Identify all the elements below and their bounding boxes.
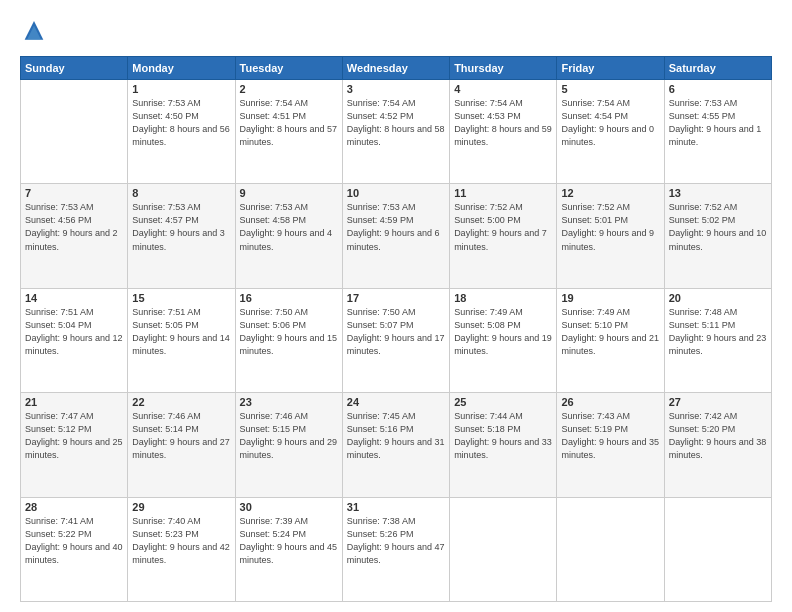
day-info: Sunrise: 7:52 AMSunset: 5:00 PMDaylight:…: [454, 201, 552, 253]
day-number: 2: [240, 83, 338, 95]
page: SundayMondayTuesdayWednesdayThursdayFrid…: [0, 0, 792, 612]
calendar-cell: 24Sunrise: 7:45 AMSunset: 5:16 PMDayligh…: [342, 393, 449, 497]
day-info: Sunrise: 7:52 AMSunset: 5:02 PMDaylight:…: [669, 201, 767, 253]
day-number: 5: [561, 83, 659, 95]
day-info: Sunrise: 7:48 AMSunset: 5:11 PMDaylight:…: [669, 306, 767, 358]
day-info: Sunrise: 7:40 AMSunset: 5:23 PMDaylight:…: [132, 515, 230, 567]
day-info: Sunrise: 7:50 AMSunset: 5:06 PMDaylight:…: [240, 306, 338, 358]
calendar-cell: [450, 497, 557, 601]
day-number: 31: [347, 501, 445, 513]
week-row-5: 28Sunrise: 7:41 AMSunset: 5:22 PMDayligh…: [21, 497, 772, 601]
day-number: 19: [561, 292, 659, 304]
calendar-cell: [664, 497, 771, 601]
calendar-cell: 13Sunrise: 7:52 AMSunset: 5:02 PMDayligh…: [664, 184, 771, 288]
calendar-cell: 11Sunrise: 7:52 AMSunset: 5:00 PMDayligh…: [450, 184, 557, 288]
calendar-cell: 20Sunrise: 7:48 AMSunset: 5:11 PMDayligh…: [664, 288, 771, 392]
day-info: Sunrise: 7:53 AMSunset: 4:55 PMDaylight:…: [669, 97, 767, 149]
calendar-cell: 7Sunrise: 7:53 AMSunset: 4:56 PMDaylight…: [21, 184, 128, 288]
calendar-cell: 23Sunrise: 7:46 AMSunset: 5:15 PMDayligh…: [235, 393, 342, 497]
calendar-cell: 4Sunrise: 7:54 AMSunset: 4:53 PMDaylight…: [450, 80, 557, 184]
day-number: 20: [669, 292, 767, 304]
day-number: 10: [347, 187, 445, 199]
day-number: 16: [240, 292, 338, 304]
calendar-cell: 21Sunrise: 7:47 AMSunset: 5:12 PMDayligh…: [21, 393, 128, 497]
calendar-cell: 17Sunrise: 7:50 AMSunset: 5:07 PMDayligh…: [342, 288, 449, 392]
day-info: Sunrise: 7:53 AMSunset: 4:59 PMDaylight:…: [347, 201, 445, 253]
day-info: Sunrise: 7:44 AMSunset: 5:18 PMDaylight:…: [454, 410, 552, 462]
week-row-4: 21Sunrise: 7:47 AMSunset: 5:12 PMDayligh…: [21, 393, 772, 497]
logo-icon: [20, 18, 48, 46]
calendar-cell: 18Sunrise: 7:49 AMSunset: 5:08 PMDayligh…: [450, 288, 557, 392]
calendar-cell: 26Sunrise: 7:43 AMSunset: 5:19 PMDayligh…: [557, 393, 664, 497]
day-info: Sunrise: 7:49 AMSunset: 5:08 PMDaylight:…: [454, 306, 552, 358]
day-info: Sunrise: 7:53 AMSunset: 4:56 PMDaylight:…: [25, 201, 123, 253]
day-number: 29: [132, 501, 230, 513]
day-number: 13: [669, 187, 767, 199]
day-info: Sunrise: 7:51 AMSunset: 5:05 PMDaylight:…: [132, 306, 230, 358]
calendar-cell: 16Sunrise: 7:50 AMSunset: 5:06 PMDayligh…: [235, 288, 342, 392]
week-row-3: 14Sunrise: 7:51 AMSunset: 5:04 PMDayligh…: [21, 288, 772, 392]
logo: [20, 18, 52, 46]
day-number: 26: [561, 396, 659, 408]
day-number: 18: [454, 292, 552, 304]
day-info: Sunrise: 7:54 AMSunset: 4:52 PMDaylight:…: [347, 97, 445, 149]
calendar-cell: 1Sunrise: 7:53 AMSunset: 4:50 PMDaylight…: [128, 80, 235, 184]
day-number: 14: [25, 292, 123, 304]
day-number: 17: [347, 292, 445, 304]
day-info: Sunrise: 7:54 AMSunset: 4:54 PMDaylight:…: [561, 97, 659, 149]
day-info: Sunrise: 7:39 AMSunset: 5:24 PMDaylight:…: [240, 515, 338, 567]
day-info: Sunrise: 7:54 AMSunset: 4:51 PMDaylight:…: [240, 97, 338, 149]
day-number: 21: [25, 396, 123, 408]
calendar-cell: 9Sunrise: 7:53 AMSunset: 4:58 PMDaylight…: [235, 184, 342, 288]
day-number: 23: [240, 396, 338, 408]
day-info: Sunrise: 7:53 AMSunset: 4:57 PMDaylight:…: [132, 201, 230, 253]
day-info: Sunrise: 7:41 AMSunset: 5:22 PMDaylight:…: [25, 515, 123, 567]
day-info: Sunrise: 7:53 AMSunset: 4:58 PMDaylight:…: [240, 201, 338, 253]
day-info: Sunrise: 7:43 AMSunset: 5:19 PMDaylight:…: [561, 410, 659, 462]
day-number: 30: [240, 501, 338, 513]
calendar-cell: [557, 497, 664, 601]
day-header-saturday: Saturday: [664, 57, 771, 80]
day-number: 8: [132, 187, 230, 199]
day-header-thursday: Thursday: [450, 57, 557, 80]
calendar-cell: 15Sunrise: 7:51 AMSunset: 5:05 PMDayligh…: [128, 288, 235, 392]
day-number: 9: [240, 187, 338, 199]
day-info: Sunrise: 7:49 AMSunset: 5:10 PMDaylight:…: [561, 306, 659, 358]
week-row-2: 7Sunrise: 7:53 AMSunset: 4:56 PMDaylight…: [21, 184, 772, 288]
week-row-1: 1Sunrise: 7:53 AMSunset: 4:50 PMDaylight…: [21, 80, 772, 184]
day-info: Sunrise: 7:45 AMSunset: 5:16 PMDaylight:…: [347, 410, 445, 462]
day-info: Sunrise: 7:46 AMSunset: 5:14 PMDaylight:…: [132, 410, 230, 462]
day-number: 6: [669, 83, 767, 95]
day-info: Sunrise: 7:38 AMSunset: 5:26 PMDaylight:…: [347, 515, 445, 567]
day-header-wednesday: Wednesday: [342, 57, 449, 80]
day-number: 24: [347, 396, 445, 408]
calendar-cell: 6Sunrise: 7:53 AMSunset: 4:55 PMDaylight…: [664, 80, 771, 184]
day-header-monday: Monday: [128, 57, 235, 80]
day-number: 15: [132, 292, 230, 304]
day-number: 3: [347, 83, 445, 95]
header: [20, 18, 772, 46]
day-number: 22: [132, 396, 230, 408]
day-number: 27: [669, 396, 767, 408]
day-info: Sunrise: 7:42 AMSunset: 5:20 PMDaylight:…: [669, 410, 767, 462]
day-number: 25: [454, 396, 552, 408]
calendar-cell: 8Sunrise: 7:53 AMSunset: 4:57 PMDaylight…: [128, 184, 235, 288]
calendar-cell: 28Sunrise: 7:41 AMSunset: 5:22 PMDayligh…: [21, 497, 128, 601]
calendar-cell: 10Sunrise: 7:53 AMSunset: 4:59 PMDayligh…: [342, 184, 449, 288]
calendar-header-row: SundayMondayTuesdayWednesdayThursdayFrid…: [21, 57, 772, 80]
day-number: 11: [454, 187, 552, 199]
day-info: Sunrise: 7:53 AMSunset: 4:50 PMDaylight:…: [132, 97, 230, 149]
day-number: 4: [454, 83, 552, 95]
calendar: SundayMondayTuesdayWednesdayThursdayFrid…: [20, 56, 772, 602]
day-info: Sunrise: 7:54 AMSunset: 4:53 PMDaylight:…: [454, 97, 552, 149]
calendar-cell: 29Sunrise: 7:40 AMSunset: 5:23 PMDayligh…: [128, 497, 235, 601]
day-info: Sunrise: 7:51 AMSunset: 5:04 PMDaylight:…: [25, 306, 123, 358]
calendar-cell: 27Sunrise: 7:42 AMSunset: 5:20 PMDayligh…: [664, 393, 771, 497]
calendar-cell: 2Sunrise: 7:54 AMSunset: 4:51 PMDaylight…: [235, 80, 342, 184]
calendar-cell: 12Sunrise: 7:52 AMSunset: 5:01 PMDayligh…: [557, 184, 664, 288]
calendar-cell: 5Sunrise: 7:54 AMSunset: 4:54 PMDaylight…: [557, 80, 664, 184]
day-info: Sunrise: 7:50 AMSunset: 5:07 PMDaylight:…: [347, 306, 445, 358]
calendar-cell: 14Sunrise: 7:51 AMSunset: 5:04 PMDayligh…: [21, 288, 128, 392]
day-header-sunday: Sunday: [21, 57, 128, 80]
day-info: Sunrise: 7:47 AMSunset: 5:12 PMDaylight:…: [25, 410, 123, 462]
